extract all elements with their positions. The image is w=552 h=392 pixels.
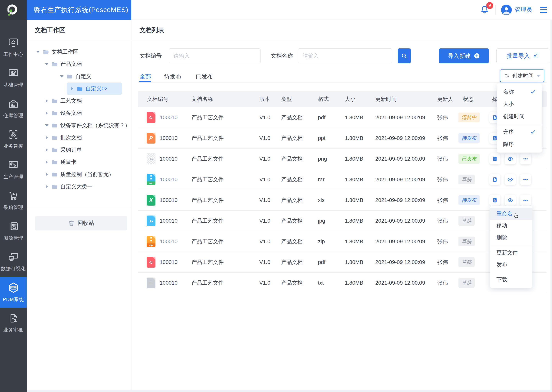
warehouse-icon — [8, 98, 19, 110]
rail-item-traceability[interactable]: 溯源管理 — [0, 216, 27, 246]
tree-item-quality-control[interactable]: 质量控制（当前暂无） — [27, 168, 131, 181]
tab-published[interactable]: 已发布 — [196, 72, 213, 81]
rail-item-purchasing[interactable]: 采购管理 — [0, 185, 27, 216]
rail-item-data-viz[interactable]: 数据可视化 — [0, 246, 27, 277]
menu-item-publish[interactable]: 发布 — [490, 259, 532, 270]
rail-item-production[interactable]: 生产管理 — [0, 154, 27, 185]
search-button[interactable] — [398, 49, 411, 63]
more-actions-button[interactable] — [520, 195, 531, 206]
tree-item-custom[interactable]: 自定义 — [27, 70, 131, 83]
col-type: 类型 — [281, 96, 318, 103]
table-row[interactable]: 100010 产品工艺文件 V1.0 产品文档 pdf 1.80MB 2021-… — [138, 252, 547, 273]
folder-open-icon — [51, 62, 58, 67]
rail-item-workcenter[interactable]: 工作中心 — [0, 32, 27, 63]
caret-right-icon[interactable] — [45, 161, 49, 164]
tree-item-process-docs[interactable]: 工艺文档 — [27, 95, 131, 107]
table-row[interactable]: P 100010 产品工艺文件 V1.0 产品文档 ppt 1.80MB 202… — [138, 128, 547, 148]
sort-option-size[interactable]: 大小 — [497, 98, 542, 110]
menu-item-download[interactable]: 下载 — [490, 274, 532, 286]
caret-right-icon[interactable] — [70, 87, 74, 90]
caret-down-icon[interactable] — [45, 124, 49, 126]
caret-right-icon[interactable] — [45, 173, 49, 176]
col-size: 大小 — [345, 96, 375, 103]
table-header: 文档编号 文档名称 版本 类型 格式 大小 更新时间 更新人 状态 操作 — [138, 91, 547, 107]
caret-down-icon[interactable] — [45, 63, 49, 65]
menu-item-delete[interactable]: 删除 — [490, 231, 532, 244]
tree-item-purchase-orders[interactable]: 采购订单 — [27, 144, 131, 156]
folder-icon — [66, 74, 73, 79]
svg-text:PDM: PDM — [11, 287, 16, 289]
avatar[interactable] — [501, 5, 512, 15]
caret-down-icon[interactable] — [36, 51, 40, 53]
user-icon — [501, 5, 512, 15]
caret-right-icon[interactable] — [45, 112, 49, 115]
menu-item-move[interactable]: 移动 — [490, 220, 532, 231]
import-new-button[interactable]: 导入新建 — [439, 49, 489, 63]
table-row[interactable]: rar 100010 产品工艺文件 V1.0 产品文档 rar 1.80MB 2… — [138, 169, 547, 190]
notifications-button[interactable]: 9 — [480, 5, 489, 15]
jpg-file-icon — [147, 216, 155, 226]
preview-button[interactable] — [505, 174, 516, 185]
doc-detail-button[interactable] — [489, 153, 501, 164]
preview-button[interactable] — [505, 153, 516, 164]
doc-name-input[interactable] — [298, 49, 392, 63]
plus-circle-icon — [474, 53, 480, 59]
tab-pending[interactable]: 待发布 — [164, 72, 181, 81]
status-badge: 待发布 — [458, 133, 479, 143]
doc-no-input[interactable] — [169, 49, 261, 63]
pdf-file-icon — [147, 257, 155, 268]
check-icon — [530, 89, 536, 95]
eye-icon — [507, 156, 513, 162]
sort-order-asc[interactable]: 升序 — [497, 126, 542, 138]
sort-current: 创建时间 — [512, 72, 534, 79]
caret-right-icon[interactable] — [45, 185, 49, 188]
tree-item-equipment-parts-docs[interactable]: 设备零件文档（系统没有？） — [27, 119, 131, 132]
preview-button[interactable] — [505, 195, 516, 206]
table-row[interactable]: 100010 产品工艺文件 V1.0 产品文档 jpg 1.80MB 2021-… — [138, 210, 547, 231]
sort-option-name[interactable]: 名称 — [497, 86, 542, 98]
rail-item-biz-modeling[interactable]: 业务建模 — [0, 124, 27, 154]
more-actions-button[interactable] — [520, 153, 531, 164]
tree-item-root[interactable]: 文档工作区 — [27, 46, 131, 58]
tree-item-product-docs[interactable]: 产品文档 — [27, 58, 131, 70]
sort-select[interactable]: 创建时间 — [500, 70, 544, 82]
table-row[interactable]: zip 100010 产品工艺文件 V1.0 产品文档 zip 1.80MB 2… — [138, 231, 547, 252]
col-doc-no: 文档编号 — [138, 96, 191, 103]
chevron-down-icon — [537, 75, 540, 77]
pdm-hexagon-icon: PDM — [8, 282, 19, 294]
batch-import-button[interactable]: 批量导入 — [496, 49, 549, 63]
user-name[interactable]: 管理员 — [515, 6, 532, 14]
rail-item-basic-mgmt[interactable]: 基础管理 — [0, 63, 27, 93]
caret-right-icon[interactable] — [45, 99, 49, 103]
menu-item-rename[interactable]: 重命名 — [490, 208, 532, 220]
app-logo[interactable] — [0, 0, 27, 20]
menu-item-update-file[interactable]: 更新文件 — [490, 247, 532, 259]
rail-items: 工作中心 基础管理 仓库管理 业务建模 生产管理 采购管理 — [0, 20, 27, 338]
table-row[interactable]: 100010 产品工艺文件 V1.0 产品文档 txt 1.80MB 2021-… — [138, 273, 547, 293]
tab-all[interactable]: 全部 — [139, 72, 151, 81]
tree-item-equipment-docs[interactable]: 设备文档 — [27, 107, 131, 119]
caret-right-icon[interactable] — [45, 148, 49, 152]
caret-right-icon[interactable] — [45, 136, 49, 139]
table-row[interactable]: 100010 产品工艺文件 V1.0 产品文档 pdf 1.80MB 2021-… — [138, 107, 547, 128]
sort-option-created[interactable]: 创建时间 — [497, 110, 542, 123]
rail-item-pdm[interactable]: PDM PDM系统 — [0, 277, 27, 308]
rail-item-biz-approval[interactable]: 业务审批 — [0, 308, 27, 338]
hamburger-menu-icon[interactable] — [540, 7, 547, 13]
dropdown-divider — [497, 124, 542, 124]
table-row[interactable]: X 100010 产品工艺文件 V1.0 产品文档 xls 1.80MB 202… — [138, 190, 547, 210]
more-actions-button[interactable] — [520, 174, 531, 185]
tree-item-custom-category-one[interactable]: 自定义大类一 — [27, 181, 131, 193]
sort-order-desc[interactable]: 降序 — [497, 138, 542, 150]
tree-item-quality-card[interactable]: 质量卡 — [27, 156, 131, 168]
tree-item-custom02-selected[interactable]: 自定义02 — [67, 83, 122, 95]
rail-item-warehouse[interactable]: 仓库管理 — [0, 93, 27, 124]
tree-item-batch-docs[interactable]: 批次文档 — [27, 132, 131, 144]
doc-detail-button[interactable] — [489, 195, 501, 206]
pdf-file-icon — [147, 112, 155, 123]
batch-import-icon — [533, 53, 539, 59]
table-row[interactable]: 100010 产品工艺文件 V1.0 产品文档 png 1.80MB 2021-… — [138, 148, 547, 169]
doc-detail-button[interactable] — [489, 174, 501, 185]
caret-down-icon[interactable] — [60, 75, 64, 77]
recycle-bin-button[interactable]: 回收站 — [35, 216, 127, 231]
